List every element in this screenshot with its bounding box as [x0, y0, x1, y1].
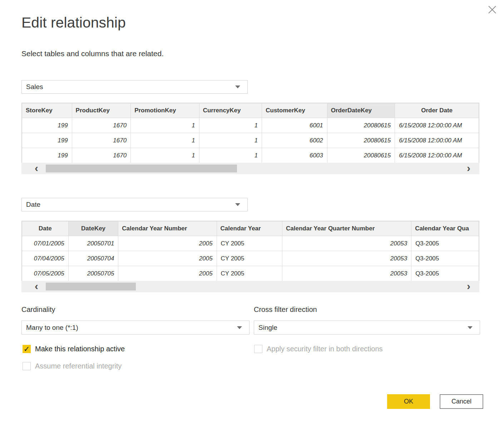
- scrollbar-thumb[interactable]: [46, 283, 136, 290]
- cardinality-label: Cardinality: [21, 306, 55, 314]
- checkbox-checked-box[interactable]: ✓: [23, 345, 31, 353]
- table-cell: 2005: [118, 236, 217, 251]
- table-cell: 1670: [72, 118, 131, 133]
- column-header-calendar-year[interactable]: Calendar Year: [217, 221, 282, 236]
- column-header-orderdatekey[interactable]: OrderDateKey: [327, 103, 395, 118]
- cross-filter-select-value: Single: [258, 324, 277, 332]
- table-cell: 199: [22, 148, 72, 163]
- table-cell: Q3-2005: [411, 236, 479, 251]
- checkbox-label: Make this relationship active: [35, 345, 125, 353]
- table-cell: 1670: [72, 148, 131, 163]
- cross-filter-select[interactable]: Single: [254, 321, 480, 334]
- table-row: 199 1670 1 1 6001 20080615 6/15/2008 12:…: [22, 118, 479, 133]
- chevron-down-icon: [235, 203, 240, 206]
- table-cell-selected: 20050701: [68, 236, 118, 251]
- sales-preview-grid: StoreKey ProductKey PromotionKey Currenc…: [21, 103, 479, 163]
- table-cell: 6002: [262, 133, 327, 148]
- table-cell: 1: [199, 133, 262, 148]
- table-cell: 6/15/2008 12:00:00 AM: [395, 133, 479, 148]
- checkbox-make-relationship-active[interactable]: ✓ Make this relationship active: [23, 345, 125, 353]
- table-cell-selected: 20080615: [327, 118, 395, 133]
- table-cell: CY 2005: [217, 266, 282, 281]
- table-cell: CY 2005: [217, 236, 282, 251]
- cross-filter-label: Cross filter direction: [254, 306, 317, 314]
- cancel-button[interactable]: Cancel: [440, 394, 483, 409]
- column-header-calendar-year-quarter[interactable]: Calendar Year Qua: [411, 221, 479, 236]
- checkbox-unchecked-box: [23, 362, 31, 370]
- table-cell: 6001: [262, 118, 327, 133]
- table-cell: 6/15/2008 12:00:00 AM: [395, 118, 479, 133]
- column-header-datekey[interactable]: DateKey: [68, 221, 118, 236]
- chevron-right-icon[interactable]: ›: [467, 281, 470, 292]
- column-header-promotionkey[interactable]: PromotionKey: [131, 103, 199, 118]
- chevron-down-icon: [237, 326, 242, 329]
- table-cell: 2005: [118, 266, 217, 281]
- sales-header-row: StoreKey ProductKey PromotionKey Currenc…: [22, 103, 479, 118]
- checkbox-unchecked-box: [254, 345, 262, 353]
- column-header-productkey[interactable]: ProductKey: [72, 103, 131, 118]
- table-cell: 199: [22, 118, 72, 133]
- table-row: 07/04/2005 20050704 2005 CY 2005 20053 Q…: [22, 251, 479, 266]
- checkbox-apply-security-filter: Apply security filter in both directions: [254, 345, 383, 353]
- table-cell-selected: 20080615: [327, 133, 395, 148]
- column-header-calendar-year-number[interactable]: Calendar Year Number: [118, 221, 217, 236]
- sales-table-select[interactable]: Sales: [21, 80, 248, 94]
- column-header-currencykey[interactable]: CurrencyKey: [199, 103, 262, 118]
- chevron-right-icon[interactable]: ›: [467, 163, 470, 174]
- table-cell: 1: [131, 118, 199, 133]
- column-header-date[interactable]: Date: [22, 221, 69, 236]
- close-icon: [488, 5, 497, 14]
- sales-table-scrollbar[interactable]: ‹ ›: [21, 163, 479, 174]
- table-cell: 1670: [72, 133, 131, 148]
- checkbox-assume-referential-integrity: Assume referential integrity: [23, 362, 122, 370]
- date-table-scrollbar[interactable]: ‹ ›: [21, 281, 479, 292]
- checkmark-icon: ✓: [24, 345, 30, 353]
- table-cell: Q3-2005: [411, 266, 479, 281]
- table-cell: Q3-2005: [411, 251, 479, 266]
- close-button[interactable]: [485, 3, 499, 16]
- table-cell: 1: [199, 148, 262, 163]
- table-cell: 07/05/2005: [22, 266, 69, 281]
- scrollbar-thumb[interactable]: [46, 165, 237, 172]
- page-title: Edit relationship: [21, 14, 126, 31]
- date-table-select-value: Date: [26, 201, 40, 209]
- table-cell: 6003: [262, 148, 327, 163]
- table-cell-selected: 20050704: [68, 251, 118, 266]
- sales-table-select-value: Sales: [26, 83, 43, 91]
- chevron-down-icon: [235, 85, 240, 88]
- column-header-storekey[interactable]: StoreKey: [22, 103, 72, 118]
- table-row: 199 1670 1 1 6002 20080615 6/15/2008 12:…: [22, 133, 479, 148]
- table-cell: 20053: [282, 266, 411, 281]
- table-cell: CY 2005: [217, 251, 282, 266]
- table-cell: 07/04/2005: [22, 251, 69, 266]
- table-cell: 2005: [118, 251, 217, 266]
- chevron-left-icon[interactable]: ‹: [35, 163, 38, 174]
- column-header-customerkey[interactable]: CustomerKey: [262, 103, 327, 118]
- table-cell-selected: 20050705: [68, 266, 118, 281]
- table-cell: 1: [131, 133, 199, 148]
- table-cell: 1: [199, 118, 262, 133]
- column-header-calendar-year-quarter-number[interactable]: Calendar Year Quarter Number: [282, 221, 411, 236]
- column-header-orderdate[interactable]: Order Date: [395, 103, 479, 118]
- table-row: 07/01/2005 20050701 2005 CY 2005 20053 Q…: [22, 236, 479, 251]
- checkbox-label: Apply security filter in both directions: [267, 345, 383, 353]
- date-table-select[interactable]: Date: [21, 198, 248, 211]
- table-cell: 1: [131, 148, 199, 163]
- table-cell: 6/15/2008 12:00:00 AM: [395, 148, 479, 163]
- table-cell: 20053: [282, 251, 411, 266]
- date-header-row: Date DateKey Calendar Year Number Calend…: [22, 221, 479, 236]
- chevron-down-icon: [468, 326, 473, 329]
- chevron-left-icon[interactable]: ‹: [35, 281, 38, 292]
- date-preview-grid: Date DateKey Calendar Year Number Calend…: [21, 221, 479, 281]
- checkbox-label: Assume referential integrity: [35, 362, 122, 370]
- cardinality-select[interactable]: Many to one (*:1): [21, 321, 249, 334]
- table-row: 199 1670 1 1 6003 20080615 6/15/2008 12:…: [22, 148, 479, 163]
- table-row: 07/05/2005 20050705 2005 CY 2005 20053 Q…: [22, 266, 479, 281]
- table-cell-selected: 20080615: [327, 148, 395, 163]
- dialog-subtitle: Select tables and columns that are relat…: [21, 49, 164, 58]
- table-cell: 07/01/2005: [22, 236, 69, 251]
- table-cell: 20053: [282, 236, 411, 251]
- table-cell: 199: [22, 133, 72, 148]
- ok-button[interactable]: OK: [387, 394, 430, 409]
- cardinality-select-value: Many to one (*:1): [26, 324, 78, 332]
